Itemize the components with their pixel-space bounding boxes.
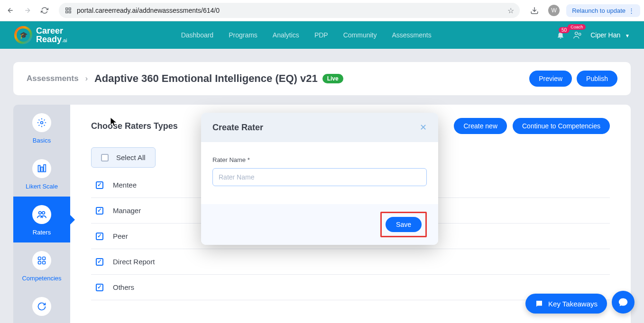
page-title: Adaptive 360 Emotional Intelligence (EQ)… xyxy=(94,72,318,85)
checkbox-icon[interactable] xyxy=(96,284,103,291)
svg-point-6 xyxy=(41,122,43,124)
nav-analytics[interactable]: Analytics xyxy=(273,31,299,39)
sidebar-item-competencies[interactable]: Competencies xyxy=(13,242,70,288)
app-topnav: 🎓 Career Ready.ai Dashboard Programs Ana… xyxy=(0,21,644,49)
continue-button[interactable]: Continue to Competencies xyxy=(513,118,610,134)
sidebar-item-basics[interactable]: Basics xyxy=(13,105,70,151)
rater-name-input[interactable] xyxy=(212,168,427,186)
wizard-sidebar: Basics Likert Scale Raters Competencies xyxy=(13,105,70,323)
save-button[interactable]: Save xyxy=(386,217,422,232)
create-rater-modal: Create Rater ✕ Rater Name * Save xyxy=(201,113,438,245)
rater-label: Direct Report xyxy=(113,258,155,266)
select-all-label: Select All xyxy=(116,153,146,162)
svg-point-11 xyxy=(42,212,45,215)
create-new-button[interactable]: Create new xyxy=(454,118,507,134)
reload-button[interactable] xyxy=(38,4,51,17)
relaunch-button[interactable]: Relaunch to update ⋮ xyxy=(566,4,640,17)
sidebar-item-label: Raters xyxy=(33,229,51,236)
save-highlight: Save xyxy=(380,212,427,237)
sidebar-item-label: Competencies xyxy=(22,275,61,282)
download-icon[interactable] xyxy=(530,6,539,15)
browser-chrome: portal.careerready.ai/addnewassessments/… xyxy=(0,0,644,21)
scale-icon xyxy=(32,159,51,178)
sidebar-item-label: Basics xyxy=(33,137,51,144)
relaunch-label: Relaunch to update xyxy=(572,7,626,14)
gear-icon xyxy=(32,113,51,132)
forward-button[interactable] xyxy=(21,4,34,17)
svg-rect-7 xyxy=(38,165,40,171)
nav-community[interactable]: Community xyxy=(343,31,377,39)
modal-title: Create Rater xyxy=(212,123,263,133)
coach-icon[interactable]: Coach xyxy=(572,30,583,40)
svg-rect-9 xyxy=(44,165,46,172)
bookmark-icon[interactable]: ☆ xyxy=(507,6,514,15)
url-text: portal.careerready.ai/addnewassessments/… xyxy=(77,7,503,14)
logo-icon: 🎓 xyxy=(14,26,32,44)
svg-rect-2 xyxy=(66,11,68,13)
chevron-right-icon: › xyxy=(85,74,88,83)
checkbox-icon[interactable] xyxy=(96,207,103,215)
key-takeaways-label: Key Takeaways xyxy=(548,300,598,308)
page-header: Assessments › Adaptive 360 Emotional Int… xyxy=(13,62,631,95)
rater-label: Manager xyxy=(113,206,141,215)
notifications-icon[interactable]: 50 xyxy=(556,31,565,39)
svg-point-5 xyxy=(579,33,581,36)
profile-avatar[interactable]: W xyxy=(548,5,560,16)
sidebar-item-more[interactable] xyxy=(13,288,70,323)
rater-label: Others xyxy=(113,283,134,291)
key-takeaways-button[interactable]: Key Takeaways xyxy=(525,294,607,314)
nav-dashboard[interactable]: Dashboard xyxy=(181,31,214,39)
svg-rect-1 xyxy=(69,8,71,10)
close-icon[interactable]: ✕ xyxy=(420,122,427,133)
preview-button[interactable]: Preview xyxy=(529,71,572,87)
sidebar-item-likert[interactable]: Likert Scale xyxy=(13,151,70,197)
nav-links: Dashboard Programs Analytics PDP Communi… xyxy=(181,31,432,39)
address-bar[interactable]: portal.careerready.ai/addnewassessments/… xyxy=(59,3,520,18)
checkbox-icon[interactable] xyxy=(96,258,103,266)
users-icon xyxy=(32,205,51,224)
cursor-icon xyxy=(110,117,118,127)
chevron-down-icon: ▼ xyxy=(625,33,630,38)
more-icon: ⋮ xyxy=(628,7,635,14)
svg-point-4 xyxy=(575,32,578,35)
content-title: Choose Raters Types xyxy=(91,121,178,131)
sidebar-item-label: Likert Scale xyxy=(26,183,58,190)
status-badge: Live xyxy=(322,74,343,83)
sidebar-item-raters[interactable]: Raters xyxy=(13,197,70,242)
nav-assessments[interactable]: Assessments xyxy=(392,31,431,39)
svg-rect-12 xyxy=(38,257,41,260)
checkbox-icon[interactable] xyxy=(96,233,103,240)
note-icon xyxy=(535,299,543,308)
svg-point-10 xyxy=(39,212,42,215)
back-button[interactable] xyxy=(4,4,17,17)
nav-pdp[interactable]: PDP xyxy=(314,31,328,39)
logo[interactable]: 🎓 Career Ready.ai xyxy=(14,26,67,44)
chat-button[interactable] xyxy=(612,291,635,314)
svg-rect-13 xyxy=(43,257,46,260)
grid-icon xyxy=(32,251,51,270)
breadcrumb[interactable]: Assessments xyxy=(27,74,79,83)
field-label: Rater Name * xyxy=(212,156,427,163)
coach-badge: Coach xyxy=(568,24,586,30)
svg-rect-8 xyxy=(41,167,43,172)
svg-rect-15 xyxy=(43,261,46,264)
site-settings-icon[interactable] xyxy=(64,7,72,14)
rater-label: Mentee xyxy=(113,181,137,189)
chat-icon xyxy=(618,297,628,307)
rater-label: Peer xyxy=(113,232,128,240)
checkbox-icon[interactable] xyxy=(101,154,109,162)
svg-rect-14 xyxy=(38,261,41,264)
nav-programs[interactable]: Programs xyxy=(229,31,258,39)
logo-text: Career Ready.ai xyxy=(36,27,67,44)
user-menu[interactable]: Ciper Han ▼ xyxy=(590,31,630,39)
refresh-icon xyxy=(32,297,51,316)
rater-row[interactable]: Direct Report xyxy=(91,249,610,275)
publish-button[interactable]: Publish xyxy=(577,71,617,87)
svg-rect-3 xyxy=(69,11,71,13)
svg-rect-0 xyxy=(66,8,68,10)
select-all-row[interactable]: Select All xyxy=(91,147,156,168)
checkbox-icon[interactable] xyxy=(96,181,103,189)
